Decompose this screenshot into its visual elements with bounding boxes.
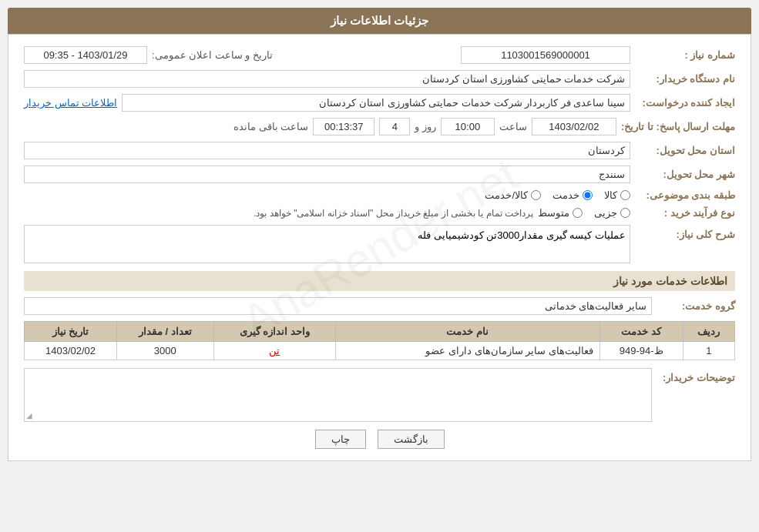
need-number-label: شماره نیاز :: [635, 49, 735, 61]
deadline-row: مهلت ارسال پاسخ: تا تاریخ: 1403/02/02 سا…: [24, 118, 735, 136]
col-unit: واحد اندازه گیری: [213, 322, 335, 342]
announce-label: تاریخ و ساعت اعلان عمومی:: [152, 49, 273, 61]
need-desc-section-label: شرح کلی نیاز:: [635, 225, 735, 240]
category-khadamat-option: خدمت: [552, 189, 593, 201]
city-label: شهر محل تحویل:: [635, 169, 735, 180]
category-kala-khadamat-label: کالا/خدمت: [485, 189, 528, 201]
action-buttons: بازگشت چاپ: [24, 430, 735, 449]
table-cell: 1: [683, 342, 734, 360]
deadline-days: 4: [379, 118, 410, 136]
process-label: نوع فرآیند خرید :: [635, 207, 735, 219]
table-cell: تن: [213, 342, 335, 360]
need-number-row: شماره نیاز : 1103001569000001 تاریخ و سا…: [24, 46, 735, 64]
page-header: جزئیات اطلاعات نیاز: [8, 8, 751, 34]
need-desc-row: شرح کلی نیاز:: [24, 225, 735, 263]
category-kala-radio[interactable]: [620, 190, 630, 200]
deadline-label: مهلت ارسال پاسخ: تا تاریخ:: [621, 121, 735, 132]
deadline-remaining-label: ساعت باقی مانده: [233, 121, 308, 132]
deadline-days-label: روز و: [415, 121, 436, 132]
deadline-time: 10:00: [441, 118, 495, 136]
buyer-notes-box: ◢: [24, 368, 652, 422]
buyer-notes-section: توضیحات خریدار: ◢: [24, 368, 735, 422]
province-label: استان محل تحویل:: [635, 145, 735, 156]
process-motavasset-label: متوسط: [538, 207, 569, 219]
process-notice: پرداخت تمام یا بخشی از مبلغ خریداز محل "…: [254, 208, 533, 219]
city-value: سنندج: [24, 166, 630, 183]
table-row: 1ظ-94-949فعالیت‌های سایر سازمان‌های دارا…: [25, 342, 735, 360]
process-jozi-label: جزیی: [594, 207, 617, 219]
category-khadamat-radio[interactable]: [583, 190, 593, 200]
contact-link[interactable]: اطلاعات تماس خریدار: [24, 97, 117, 109]
category-khadamat-label: خدمت: [552, 189, 579, 201]
print-button[interactable]: چاپ: [315, 430, 366, 449]
col-date: تاریخ نیاز: [25, 322, 117, 342]
process-motavasset-option: متوسط: [538, 207, 583, 219]
process-jozi-option: جزیی: [594, 207, 630, 219]
need-desc-textarea[interactable]: [24, 225, 630, 263]
buyer-org-row: نام دستگاه خریدار: شرکت خدمات حمایتی کشا…: [24, 70, 735, 88]
col-name: نام خدمت: [335, 322, 599, 342]
requester-value: سینا ساعدی فر کاربردار شرکت خدمات حمایتی…: [122, 94, 630, 112]
category-kala-option: کالا: [604, 189, 630, 201]
services-group-row: گروه خدمت: سایر فعالیت‌های خدماتی: [24, 297, 735, 315]
col-row: ردیف: [683, 322, 734, 342]
deadline-remaining: 00:13:37: [313, 118, 374, 136]
resize-icon: ◢: [26, 411, 32, 420]
buyer-org-value: شرکت خدمات حمایتی کشاورزی استان کردستان: [24, 70, 630, 88]
requester-label: ایجاد کننده درخواست:: [635, 97, 735, 109]
services-group-value: سایر فعالیت‌های خدماتی: [24, 297, 652, 315]
process-motavasset-radio[interactable]: [573, 208, 583, 218]
requester-row: ایجاد کننده درخواست: سینا ساعدی فر کاربر…: [24, 94, 735, 112]
table-cell: 3000: [117, 342, 214, 360]
page-title: جزئیات اطلاعات نیاز: [331, 14, 428, 27]
col-code: کد خدمت: [599, 322, 683, 342]
category-kala-label: کالا: [604, 189, 617, 201]
deadline-time-label: ساعت: [499, 121, 527, 132]
process-jozi-radio[interactable]: [620, 208, 630, 218]
services-group-label: گروه خدمت:: [658, 300, 735, 312]
deadline-date: 1403/02/02: [532, 118, 616, 136]
table-cell: ظ-94-949: [599, 342, 683, 360]
province-value: کردستان: [24, 142, 630, 159]
services-section-header: اطلاعات خدمات مورد نیاز: [24, 271, 735, 291]
process-radio-group: جزیی متوسط: [538, 207, 630, 219]
table-cell: 1403/02/02: [25, 342, 117, 360]
table-cell: فعالیت‌های سایر سازمان‌های دارای عضو: [335, 342, 599, 360]
col-qty: تعداد / مقدار: [117, 322, 214, 342]
buyer-org-label: نام دستگاه خریدار:: [635, 73, 735, 85]
category-label: طبقه بندی موضوعی:: [635, 189, 735, 201]
province-row: استان محل تحویل: کردستان: [24, 142, 735, 159]
category-radio-group: کالا خدمت کالا/خدمت: [485, 189, 630, 201]
announce-value: 1403/01/29 - 09:35: [24, 46, 147, 64]
process-row: نوع فرآیند خرید : جزیی متوسط پرداخت تمام…: [24, 207, 735, 219]
category-row: طبقه بندی موضوعی: کالا خدمت کالا/خدمت: [24, 189, 735, 201]
services-table: ردیف کد خدمت نام خدمت واحد اندازه گیری ت…: [24, 321, 735, 360]
need-number-value: 1103001569000001: [461, 46, 630, 64]
category-kala-khadamat-option: کالا/خدمت: [485, 189, 541, 201]
city-row: شهر محل تحویل: سنندج: [24, 166, 735, 183]
category-kala-khadamat-radio[interactable]: [531, 190, 541, 200]
buyer-notes-label: توضیحات خریدار:: [658, 368, 735, 383]
back-button[interactable]: بازگشت: [378, 430, 445, 449]
